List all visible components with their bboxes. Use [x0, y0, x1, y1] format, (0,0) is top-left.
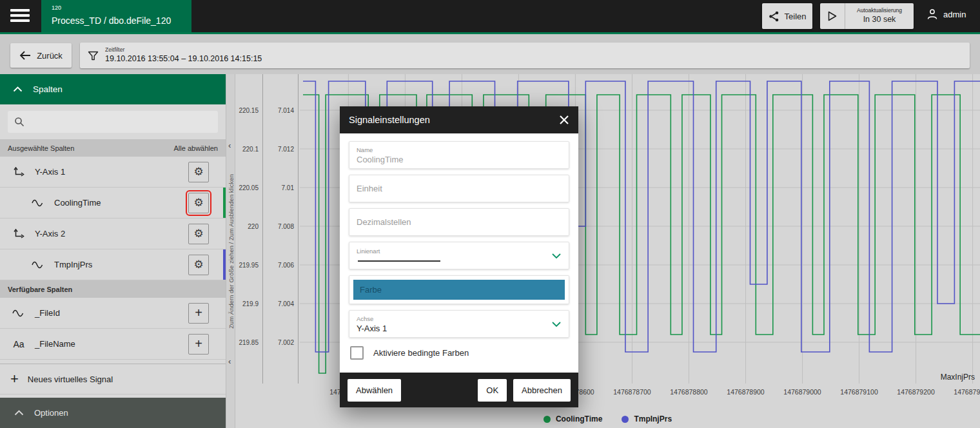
unit-input[interactable]	[357, 184, 562, 193]
svg-text:1476878800: 1476878800	[670, 388, 708, 396]
gear-icon: ⚙	[193, 259, 203, 270]
chart-legend: CoolingTime TmpInjPrs	[235, 414, 980, 423]
add-column-button[interactable]: +	[188, 303, 209, 324]
name-field: Name CoolingTime	[349, 141, 569, 169]
unit-field[interactable]	[349, 175, 569, 202]
conditional-colors-row: Aktiviere bedingte Farben	[349, 344, 569, 364]
text-type-icon: Aa	[10, 339, 27, 349]
conditional-colors-label: Aktiviere bedingte Farben	[373, 348, 469, 358]
svg-text:1476879200: 1476879200	[897, 388, 935, 396]
play-icon	[820, 3, 845, 29]
username: admin	[943, 10, 966, 19]
svg-text:7.004: 7.004	[278, 300, 294, 307]
user-icon	[926, 8, 938, 20]
name-field-label: Name	[357, 146, 562, 153]
share-button[interactable]: Teilen	[762, 3, 812, 29]
options-section-header[interactable]: Optionen	[0, 398, 226, 428]
new-virtual-signal-button[interactable]: + Neues virtuelles Signal	[0, 364, 226, 394]
svg-text:220.15: 220.15	[239, 107, 259, 114]
share-button-label: Teilen	[785, 12, 807, 21]
search-input[interactable]	[30, 117, 211, 128]
modal-footer: Abwählen OK Abbrechen	[340, 373, 578, 407]
plus-icon: +	[10, 372, 19, 386]
cancel-button[interactable]: Abbrechen	[513, 379, 571, 402]
sidebar-item-label: _FileId	[35, 308, 60, 318]
toolbar: Zurück Zeitfilter 19.10.2016 13:55:04 – …	[0, 34, 980, 74]
deselect-all-link[interactable]: Alle abwählen	[174, 144, 219, 152]
search-field[interactable]	[8, 111, 218, 133]
sidebar-item-y-axis-1[interactable]: Y-Axis 1 ⚙	[0, 157, 226, 188]
add-column-button[interactable]: +	[188, 334, 209, 355]
color-field-bar: Farbe	[353, 280, 565, 300]
axis-select[interactable]: Achse Y-Axis 1	[349, 310, 569, 338]
linestyle-select[interactable]: Linienart	[349, 242, 569, 269]
color-picker-field[interactable]: Farbe	[349, 275, 569, 304]
svg-text:7.006: 7.006	[278, 262, 294, 269]
hamburger-menu-icon[interactable]	[10, 9, 30, 23]
gear-icon: ⚙	[193, 197, 203, 208]
axis-icon	[10, 167, 27, 177]
svg-text:219.9: 219.9	[242, 300, 259, 307]
collapse-chevron-icon: ‹	[228, 357, 231, 365]
signal-settings-gear-button-highlighted[interactable]: ⚙	[188, 193, 209, 213]
decimals-input[interactable]	[357, 217, 562, 227]
legend-label: TmpInjPrs	[634, 414, 672, 423]
columns-section-title: Spalten	[33, 84, 63, 94]
close-icon[interactable]	[559, 115, 569, 125]
user-menu[interactable]: admin	[926, 8, 966, 20]
legend-label: CoolingTime	[556, 414, 602, 423]
chevron-down-icon	[552, 253, 561, 258]
chevron-up-icon	[14, 410, 24, 416]
gear-icon: ⚙	[193, 228, 203, 239]
available-columns-label: Verfügbare Spalten	[8, 286, 72, 293]
conditional-colors-checkbox[interactable]	[350, 346, 364, 360]
sidebar-item-fileid[interactable]: _FileId +	[0, 298, 226, 329]
back-button[interactable]: Zurück	[10, 43, 72, 68]
share-icon	[769, 11, 779, 22]
plus-icon: +	[195, 306, 202, 319]
autoupdate-button[interactable]: Autoaktualisierung In 30 sek	[820, 3, 914, 29]
plus-icon: +	[195, 337, 202, 350]
svg-text:1476878700: 1476878700	[613, 388, 651, 396]
axis-settings-gear-button[interactable]: ⚙	[188, 224, 209, 244]
axis-settings-gear-button[interactable]: ⚙	[188, 162, 209, 182]
svg-text:1476879100: 1476879100	[840, 388, 878, 396]
svg-text:220: 220	[248, 223, 259, 230]
columns-section-header[interactable]: Spalten	[0, 74, 226, 104]
document-tab[interactable]: 120 Process_TD / dbo.deFile_120	[41, 0, 191, 32]
sidebar-resize-handle[interactable]: ‹ Zum Ändern der Größe ziehen / Zum Ausb…	[226, 74, 235, 428]
legend-entry-tmpinjprs: TmpInjPrs	[622, 414, 672, 423]
svg-text:219.95: 219.95	[239, 262, 259, 269]
svg-text:1476879300: 1476879300	[954, 388, 980, 396]
signal-settings-gear-button[interactable]: ⚙	[188, 255, 209, 275]
deselect-button[interactable]: Abwählen	[348, 379, 401, 402]
resize-hint-text: Zum Ändern der Größe ziehen / Zum Ausble…	[227, 174, 234, 329]
decimals-field[interactable]	[349, 208, 569, 236]
svg-text:7.01: 7.01	[282, 184, 295, 191]
selected-columns-bar: Ausgewählte Spalten Alle abwählen	[0, 139, 226, 157]
back-arrow-icon	[19, 51, 31, 60]
svg-text:1476878900: 1476878900	[727, 388, 765, 396]
sidebar: Spalten Ausgewählte Spalten Alle abwähle…	[0, 74, 226, 428]
sidebar-item-y-axis-2[interactable]: Y-Axis 2 ⚙	[0, 219, 226, 249]
sidebar-item-filename[interactable]: Aa _FileName +	[0, 329, 226, 360]
timefilter-field[interactable]: Zeitfilter 19.10.2016 13:55:04 – 19.10.2…	[80, 43, 970, 68]
search-icon	[14, 117, 24, 127]
sidebar-item-tmpinjprs[interactable]: TmpInjPrs ⚙	[0, 249, 226, 280]
svg-text:7.008: 7.008	[278, 223, 294, 230]
sidebar-item-label: Y-Axis 2	[35, 229, 65, 238]
tab-id: 120	[52, 5, 61, 11]
sidebar-item-coolingtime[interactable]: CoolingTime ⚙	[0, 188, 226, 219]
filter-icon	[88, 51, 99, 61]
new-virtual-signal-label: Neues virtuelles Signal	[28, 374, 113, 384]
axis-icon	[10, 229, 27, 238]
legend-dot	[544, 416, 551, 423]
sidebar-item-label: Y-Axis 1	[35, 167, 65, 177]
timefilter-label: Zeitfilter	[105, 46, 262, 54]
color-field-label: Farbe	[360, 285, 382, 295]
topbar: 120 Process_TD / dbo.deFile_120 Teilen A…	[0, 0, 980, 32]
ok-button[interactable]: OK	[478, 379, 507, 402]
modal-title: Signaleinstellungen	[349, 115, 430, 125]
linestyle-sample	[358, 260, 440, 262]
axis-select-value: Y-Axis 1	[357, 324, 562, 333]
